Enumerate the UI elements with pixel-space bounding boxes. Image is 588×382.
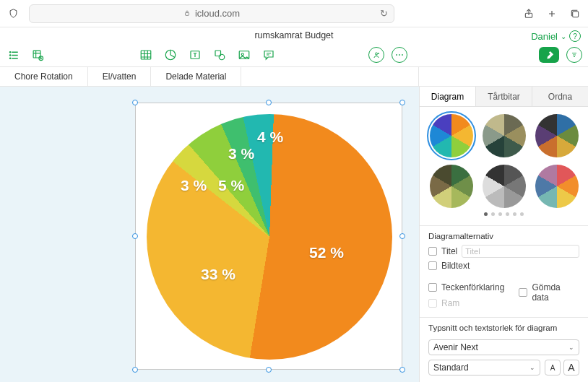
chart-style-swatch[interactable] — [535, 114, 579, 157]
resize-handle[interactable] — [399, 100, 405, 105]
inspector: Diagram Tårtbitar Ordna Diagramalternati… — [419, 87, 588, 382]
inspector-tabs: Diagram Tårtbitar Ordna — [420, 87, 588, 107]
resize-handle[interactable] — [132, 367, 138, 373]
chart-font-section: Typsnitt och textstorlek för diagram — [420, 317, 588, 339]
tabs-overview-icon[interactable] — [569, 8, 581, 19]
hidden-data-checkbox[interactable] — [519, 288, 527, 297]
pie-slice-label: 5 % — [218, 177, 244, 194]
resize-handle[interactable] — [132, 233, 138, 239]
chart-style-swatch[interactable] — [483, 114, 526, 157]
resize-handle[interactable] — [399, 367, 405, 373]
title-label: Titel — [441, 246, 457, 256]
title-field[interactable]: Titel — [462, 245, 579, 258]
pager-dot[interactable] — [513, 212, 516, 216]
chart-style-swatch[interactable] — [535, 165, 579, 208]
font-family-select[interactable]: Avenir Next⌄ — [428, 339, 579, 355]
font-size-increase-button[interactable]: A — [563, 360, 579, 376]
pie-slice-label: 3 % — [228, 145, 254, 162]
chart-style-swatch[interactable] — [430, 165, 473, 208]
document-title-row: rumskamrat Budget — [0, 27, 588, 43]
share-icon[interactable] — [523, 8, 535, 19]
inspector-tab-arrange[interactable]: Ordna — [532, 87, 588, 106]
resize-handle[interactable] — [132, 100, 138, 105]
refresh-icon[interactable]: ↻ — [380, 8, 388, 19]
pie-slice-label: 33 % — [201, 266, 235, 283]
svg-point-12 — [219, 54, 225, 60]
pie-chart[interactable] — [147, 114, 392, 360]
svg-point-15 — [376, 53, 378, 55]
pie-slice-label: 3 % — [181, 177, 207, 194]
add-sheet-icon[interactable] — [30, 48, 45, 62]
chart-selection[interactable]: 52 %33 %3 %5 %3 %4 % — [135, 103, 402, 370]
resize-handle[interactable] — [266, 100, 272, 105]
lock-icon — [183, 9, 191, 18]
canvas[interactable]: 52 %33 %3 %5 %3 %4 % — [0, 87, 419, 382]
sheet-tabs: Chore Rotation El/vatten Delade Material — [0, 66, 588, 87]
legend-checkbox[interactable] — [428, 283, 437, 292]
more-icon[interactable]: ⋯ — [392, 47, 407, 63]
svg-rect-8 — [141, 51, 151, 59]
insert-media-icon[interactable] — [237, 48, 251, 62]
chart-options-section: Diagramalternativ Titel Titel Bildtext T… — [420, 225, 588, 317]
title-checkbox[interactable] — [428, 247, 437, 256]
svg-point-3 — [9, 51, 10, 52]
resize-handle[interactable] — [266, 367, 272, 373]
caption-label: Bildtext — [441, 261, 470, 271]
svg-rect-2 — [573, 11, 579, 17]
svg-rect-0 — [185, 12, 189, 15]
pager-dot[interactable] — [491, 212, 495, 216]
font-style-select[interactable]: Standard⌄ — [428, 360, 540, 376]
chart-style-swatch[interactable] — [483, 165, 526, 208]
sheet-tab-2[interactable]: Delade Material — [151, 67, 241, 86]
insert-table-icon[interactable] — [139, 48, 153, 62]
user-menu[interactable]: Daniel ⌄ ? — [531, 30, 581, 42]
sheet-tab-blank — [241, 67, 419, 86]
insert-comment-icon[interactable] — [261, 48, 276, 62]
pager-dot[interactable] — [506, 212, 509, 216]
svg-point-14 — [241, 53, 243, 56]
chevron-down-icon: ⌄ — [568, 344, 574, 351]
pager-dot[interactable] — [520, 212, 524, 216]
sheet-tab-1[interactable]: El/vatten — [88, 67, 152, 86]
format-panel-icon[interactable] — [539, 47, 559, 63]
url-host: icloud.com — [195, 8, 240, 19]
document-title: rumskamrat Budget — [254, 30, 333, 40]
url-field[interactable]: icloud.com ↻ — [29, 4, 394, 23]
hidden-data-label: Gömda data — [532, 282, 575, 303]
inspector-tab-diagram[interactable]: Diagram — [420, 87, 476, 106]
pager-dot[interactable] — [484, 212, 488, 216]
svg-point-4 — [9, 54, 10, 55]
chart-options-heading: Diagramalternativ — [428, 232, 579, 240]
caption-checkbox[interactable] — [428, 261, 437, 270]
pager-dot[interactable] — [498, 212, 502, 216]
svg-point-5 — [9, 58, 10, 58]
help-icon[interactable]: ? — [569, 30, 581, 42]
font-size-decrease-button[interactable]: A — [545, 360, 561, 376]
toolbar: ⋯ — [0, 43, 588, 66]
border-label: Ram — [441, 298, 459, 308]
border-checkbox — [428, 299, 437, 308]
sheet-tab-0[interactable]: Chore Rotation — [0, 67, 88, 86]
legend-label: Teckenförklaring — [441, 282, 504, 292]
view-options-icon[interactable] — [7, 48, 22, 62]
chevron-down-icon: ⌄ — [529, 364, 535, 371]
pie-slice-label: 52 % — [309, 244, 344, 261]
browser-bar: icloud.com ↻ — [0, 0, 588, 27]
styles-pager[interactable] — [420, 212, 588, 221]
insert-chart-icon[interactable] — [163, 48, 178, 62]
insert-text-icon[interactable] — [188, 48, 202, 62]
pie-slice-label: 4 % — [257, 129, 283, 146]
chart-styles-grid — [420, 107, 588, 212]
chevron-down-icon: ⌄ — [561, 32, 566, 40]
inspector-tab-wedges[interactable]: Tårtbitar — [476, 87, 532, 106]
user-name: Daniel — [531, 31, 558, 42]
resize-handle[interactable] — [399, 233, 405, 239]
new-tab-icon[interactable] — [546, 8, 558, 19]
privacy-shield-icon[interactable] — [7, 8, 19, 19]
collaborate-icon[interactable] — [368, 47, 384, 63]
chart-font-heading: Typsnitt och textstorlek för diagram — [428, 324, 579, 332]
chart-style-swatch[interactable] — [430, 114, 473, 157]
insert-shape-icon[interactable] — [212, 48, 227, 62]
organize-panel-icon[interactable] — [566, 47, 582, 63]
